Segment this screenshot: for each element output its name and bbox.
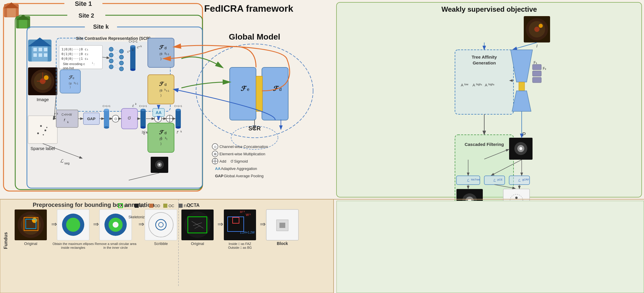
svg-point-45 [46, 127, 47, 128]
svg-rect-202 [533, 77, 541, 83]
ck-star-label: c* [127, 50, 130, 53]
svg-point-108 [176, 109, 181, 111]
svg-point-44 [43, 134, 44, 135]
svg-text:σ: σ [128, 115, 131, 121]
svg-text:A: A [461, 83, 463, 87]
full-diagram: Site 1 Site 2 Site k Image ℱ e (φ g t-1 … [0, 0, 644, 293]
svg-text:⊗: ⊗ [214, 152, 217, 156]
svg-text:1|0|0|···|0  c₁: 1|0|0|···|0 c₁ [61, 47, 89, 51]
svg-text:C×1×1: C×1×1 [139, 105, 147, 108]
svg-rect-201 [533, 71, 541, 76]
svg-text:e: e [247, 87, 249, 92]
svg-point-97 [140, 126, 146, 129]
svg-text:ĉ: ĉ [143, 132, 145, 136]
svg-point-63 [119, 67, 123, 71]
svg-rect-107 [176, 110, 181, 127]
svg-text:Obtain the maximum ellipses: Obtain the maximum ellipses [52, 242, 94, 246]
fundus-label: Fundus [3, 232, 8, 249]
svg-text:in the inner circle: in the inner circle [103, 246, 128, 249]
svg-text:OC: OC [169, 204, 174, 208]
svg-text:Global Average Pooling: Global Average Pooling [224, 174, 264, 178]
svg-text:d: d [164, 82, 166, 87]
svg-text:0|0|0|···|1  cₖ: 0|0|0|···|1 cₖ [61, 57, 89, 61]
svg-text:ℒ: ℒ [518, 178, 521, 183]
svg-text:H: H [240, 210, 242, 214]
svg-text:Original: Original [24, 241, 37, 246]
svg-rect-23 [33, 53, 37, 57]
svg-text:t-1: t-1 [166, 53, 169, 56]
svg-point-59 [109, 65, 113, 69]
svg-point-60 [119, 49, 123, 53]
svg-text:Adaptive Aggregation: Adaptive Aggregation [221, 166, 257, 171]
svg-text:Add: Add [219, 159, 226, 163]
svg-text:σ: σ [231, 159, 233, 163]
svg-text:k: k [57, 112, 58, 115]
svg-text:one-hot: one-hot [63, 66, 74, 70]
svg-rect-156 [230, 67, 256, 120]
svg-text:ℒ: ℒ [493, 178, 496, 183]
svg-text:F₁: F₁ [534, 61, 537, 65]
svg-rect-162 [256, 76, 262, 111]
svg-point-265 [66, 218, 80, 232]
svg-text:t-1: t-1 [166, 89, 169, 92]
svg-point-58 [109, 59, 113, 63]
tree-affinity-label: Tree Affinity [472, 54, 497, 59]
svg-text:⊙: ⊙ [114, 117, 117, 121]
svg-text:Scribble: Scribble [154, 241, 168, 246]
svg-text:(θ: (θ [159, 89, 162, 92]
svg-text:AA: AA [156, 110, 162, 115]
svg-text:high₂: high₂ [488, 83, 494, 86]
svg-rect-7 [7, 8, 16, 17]
svg-point-89 [104, 126, 109, 129]
image-label: Image [37, 97, 49, 102]
svg-rect-22 [44, 48, 47, 51]
svg-text:BG: BG [140, 204, 145, 208]
svg-text:AA: AA [215, 166, 221, 171]
svg-text:gCRF: gCRF [522, 178, 529, 181]
svg-text:(θ̂: (θ̂ [159, 137, 163, 141]
svg-text:⊗: ⊗ [157, 117, 160, 121]
svg-rect-25 [44, 53, 47, 57]
svg-point-73 [130, 45, 135, 47]
svg-rect-11 [19, 20, 27, 28]
svg-text:Site encoding c: Site encoding c [63, 62, 85, 66]
svg-point-153 [159, 164, 160, 166]
svg-text:3: 3 [249, 213, 251, 216]
svg-text:k: k [181, 130, 182, 133]
fed-title: FedICRA framework [204, 3, 293, 14]
svg-point-41 [40, 125, 42, 127]
svg-text:⊙: ⊙ [214, 145, 217, 149]
weakly-title: Weakly supervised objective [442, 5, 537, 13]
ck-subscript: k [135, 103, 137, 105]
svg-text:C×1×1: C×1×1 [129, 40, 138, 43]
svg-point-56 [109, 47, 113, 51]
svg-text:k: k [140, 45, 142, 48]
svg-rect-253 [178, 204, 183, 208]
svg-text:Inside □ as FAZ: Inside □ as FAZ [229, 242, 251, 246]
svg-text:low: low [464, 83, 468, 86]
svg-text:F₂: F₂ [543, 67, 546, 71]
svg-text:(θ: (θ [159, 52, 162, 56]
svg-point-62 [119, 61, 123, 65]
svg-text:0|1|0|···|0  c₂: 0|1|0|···|0 c₂ [61, 52, 89, 56]
svg-text:Generation: Generation [473, 60, 496, 65]
svg-text:GAP: GAP [87, 117, 96, 121]
svg-text:⇒: ⇒ [260, 220, 266, 228]
svg-rect-24 [39, 53, 42, 57]
svg-text:): ) [160, 142, 162, 145]
svg-text:): ) [160, 93, 162, 97]
site2-label: Site 2 [78, 12, 94, 19]
svg-text:k: k [67, 121, 69, 124]
site1-label: Site 1 [75, 0, 92, 7]
svg-point-96 [140, 109, 146, 111]
svg-point-88 [104, 109, 109, 111]
svg-text:⇒: ⇒ [217, 220, 223, 228]
svg-text:g: g [164, 52, 166, 54]
svg-text:d: d [164, 131, 166, 135]
svg-rect-200 [533, 64, 541, 70]
svg-text:MsTree: MsTree [471, 178, 480, 181]
svg-rect-251 [163, 204, 167, 208]
svg-text:pCE: pCE [497, 178, 503, 181]
svg-rect-307 [279, 223, 285, 228]
svg-rect-79 [56, 110, 78, 127]
